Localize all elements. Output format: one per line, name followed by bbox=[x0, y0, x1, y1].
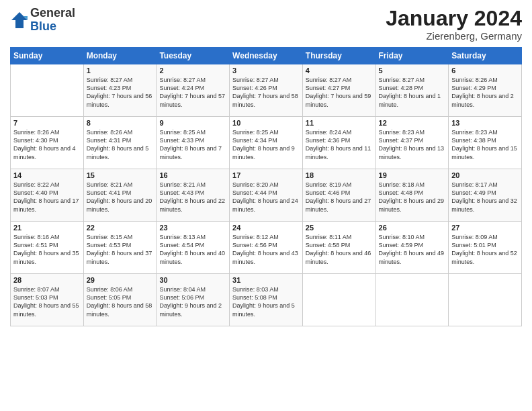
calendar-week-row: 7 Sunrise: 8:26 AMSunset: 4:30 PMDayligh… bbox=[11, 117, 522, 169]
cell-info: Sunrise: 8:27 AMSunset: 4:26 PMDaylight:… bbox=[232, 77, 298, 107]
day-number: 17 bbox=[232, 171, 300, 179]
calendar-cell bbox=[375, 274, 449, 326]
cell-info: Sunrise: 8:23 AMSunset: 4:38 PMDaylight:… bbox=[451, 129, 517, 160]
title-block: January 2024 Zierenberg, Germany bbox=[386, 7, 522, 42]
day-number: 27 bbox=[451, 224, 519, 232]
calendar-cell: 12 Sunrise: 8:23 AMSunset: 4:37 PMDaylig… bbox=[375, 117, 449, 169]
calendar-cell: 11 Sunrise: 8:24 AMSunset: 4:36 PMDaylig… bbox=[302, 117, 375, 169]
cell-info: Sunrise: 8:25 AMSunset: 4:34 PMDaylight:… bbox=[232, 129, 295, 160]
day-number: 18 bbox=[306, 171, 373, 179]
cell-info: Sunrise: 8:24 AMSunset: 4:36 PMDaylight:… bbox=[306, 129, 371, 160]
day-number: 19 bbox=[379, 171, 446, 179]
calendar-cell: 24 Sunrise: 8:12 AMSunset: 4:56 PMDaylig… bbox=[230, 222, 303, 274]
weekday-header-saturday: Saturday bbox=[449, 48, 522, 64]
calendar-cell: 19 Sunrise: 8:18 AMSunset: 4:48 PMDaylig… bbox=[375, 169, 449, 222]
cell-info: Sunrise: 8:18 AMSunset: 4:48 PMDaylight:… bbox=[379, 181, 445, 212]
cell-info: Sunrise: 8:27 AMSunset: 4:24 PMDaylight:… bbox=[159, 77, 225, 107]
weekday-header-row: SundayMondayTuesdayWednesdayThursdayFrid… bbox=[11, 48, 522, 64]
location-subtitle: Zierenberg, Germany bbox=[386, 30, 522, 42]
weekday-header-sunday: Sunday bbox=[11, 48, 84, 64]
calendar-cell: 5 Sunrise: 8:27 AMSunset: 4:28 PMDayligh… bbox=[375, 64, 449, 117]
calendar-cell bbox=[302, 274, 375, 326]
calendar-week-row: 1 Sunrise: 8:27 AMSunset: 4:23 PMDayligh… bbox=[11, 64, 522, 117]
calendar-cell: 4 Sunrise: 8:27 AMSunset: 4:27 PMDayligh… bbox=[302, 64, 375, 117]
calendar-table: SundayMondayTuesdayWednesdayThursdayFrid… bbox=[10, 47, 522, 326]
day-number: 14 bbox=[13, 171, 81, 179]
cell-info: Sunrise: 8:13 AMSunset: 4:54 PMDaylight:… bbox=[159, 234, 225, 265]
cell-info: Sunrise: 8:27 AMSunset: 4:27 PMDaylight:… bbox=[306, 77, 371, 107]
calendar-cell: 18 Sunrise: 8:19 AMSunset: 4:46 PMDaylig… bbox=[302, 169, 375, 222]
calendar-cell: 17 Sunrise: 8:20 AMSunset: 4:44 PMDaylig… bbox=[230, 169, 303, 222]
weekday-header-monday: Monday bbox=[83, 48, 157, 64]
day-number: 10 bbox=[232, 119, 300, 127]
calendar-week-row: 14 Sunrise: 8:22 AMSunset: 4:40 PMDaylig… bbox=[11, 169, 522, 222]
cell-info: Sunrise: 8:16 AMSunset: 4:51 PMDaylight:… bbox=[13, 234, 79, 265]
calendar-cell: 26 Sunrise: 8:10 AMSunset: 4:59 PMDaylig… bbox=[375, 222, 449, 274]
calendar-cell: 28 Sunrise: 8:07 AMSunset: 5:03 PMDaylig… bbox=[11, 274, 84, 326]
day-number: 3 bbox=[232, 66, 300, 75]
calendar-cell bbox=[449, 274, 522, 326]
day-number: 13 bbox=[451, 119, 519, 127]
cell-info: Sunrise: 8:15 AMSunset: 4:53 PMDaylight:… bbox=[87, 234, 152, 265]
day-number: 9 bbox=[159, 119, 226, 127]
calendar-cell: 2 Sunrise: 8:27 AMSunset: 4:24 PMDayligh… bbox=[157, 64, 230, 117]
month-title: January 2024 bbox=[386, 7, 522, 30]
calendar-cell bbox=[11, 64, 84, 117]
day-number: 21 bbox=[13, 224, 81, 232]
cell-info: Sunrise: 8:20 AMSunset: 4:44 PMDaylight:… bbox=[232, 181, 298, 212]
day-number: 28 bbox=[13, 276, 81, 284]
calendar-cell: 6 Sunrise: 8:26 AMSunset: 4:29 PMDayligh… bbox=[449, 64, 522, 117]
cell-info: Sunrise: 8:11 AMSunset: 4:58 PMDaylight:… bbox=[306, 234, 371, 265]
calendar-cell: 25 Sunrise: 8:11 AMSunset: 4:58 PMDaylig… bbox=[302, 222, 375, 274]
weekday-header-wednesday: Wednesday bbox=[230, 48, 303, 64]
logo: General Blue bbox=[10, 7, 75, 34]
day-number: 7 bbox=[13, 119, 81, 127]
cell-info: Sunrise: 8:06 AMSunset: 5:05 PMDaylight:… bbox=[87, 286, 152, 317]
day-number: 11 bbox=[306, 119, 373, 127]
calendar-cell: 30 Sunrise: 8:04 AMSunset: 5:06 PMDaylig… bbox=[157, 274, 230, 326]
day-number: 22 bbox=[87, 224, 154, 232]
calendar-page: General Blue January 2024 Zierenberg, Ge… bbox=[0, 0, 532, 411]
cell-info: Sunrise: 8:17 AMSunset: 4:49 PMDaylight:… bbox=[451, 181, 517, 212]
calendar-cell: 16 Sunrise: 8:21 AMSunset: 4:43 PMDaylig… bbox=[157, 169, 230, 222]
day-number: 31 bbox=[232, 276, 300, 284]
day-number: 23 bbox=[159, 224, 226, 232]
calendar-cell: 22 Sunrise: 8:15 AMSunset: 4:53 PMDaylig… bbox=[83, 222, 157, 274]
day-number: 30 bbox=[159, 276, 226, 284]
cell-info: Sunrise: 8:26 AMSunset: 4:31 PMDaylight:… bbox=[87, 129, 149, 160]
cell-info: Sunrise: 8:04 AMSunset: 5:06 PMDaylight:… bbox=[159, 286, 222, 317]
cell-info: Sunrise: 8:21 AMSunset: 4:43 PMDaylight:… bbox=[159, 181, 225, 212]
day-number: 2 bbox=[159, 66, 226, 75]
day-number: 4 bbox=[306, 66, 373, 75]
weekday-header-tuesday: Tuesday bbox=[157, 48, 230, 64]
cell-info: Sunrise: 8:27 AMSunset: 4:28 PMDaylight:… bbox=[379, 77, 441, 107]
day-number: 26 bbox=[379, 224, 446, 232]
day-number: 24 bbox=[232, 224, 300, 232]
calendar-cell: 9 Sunrise: 8:25 AMSunset: 4:33 PMDayligh… bbox=[157, 117, 230, 169]
day-number: 16 bbox=[159, 171, 226, 179]
cell-info: Sunrise: 8:27 AMSunset: 4:23 PMDaylight:… bbox=[87, 77, 152, 107]
day-number: 5 bbox=[379, 66, 446, 75]
cell-info: Sunrise: 8:10 AMSunset: 4:59 PMDaylight:… bbox=[379, 234, 445, 265]
calendar-cell: 15 Sunrise: 8:21 AMSunset: 4:41 PMDaylig… bbox=[83, 169, 157, 222]
weekday-header-friday: Friday bbox=[375, 48, 449, 64]
cell-info: Sunrise: 8:19 AMSunset: 4:46 PMDaylight:… bbox=[306, 181, 371, 212]
calendar-week-row: 28 Sunrise: 8:07 AMSunset: 5:03 PMDaylig… bbox=[11, 274, 522, 326]
day-number: 15 bbox=[87, 171, 154, 179]
cell-info: Sunrise: 8:21 AMSunset: 4:41 PMDaylight:… bbox=[87, 181, 152, 212]
day-number: 12 bbox=[379, 119, 446, 127]
day-number: 20 bbox=[451, 171, 519, 179]
calendar-cell: 13 Sunrise: 8:23 AMSunset: 4:38 PMDaylig… bbox=[449, 117, 522, 169]
page-header: General Blue January 2024 Zierenberg, Ge… bbox=[10, 7, 522, 42]
cell-info: Sunrise: 8:25 AMSunset: 4:33 PMDaylight:… bbox=[159, 129, 222, 160]
calendar-cell: 1 Sunrise: 8:27 AMSunset: 4:23 PMDayligh… bbox=[83, 64, 157, 117]
calendar-cell: 23 Sunrise: 8:13 AMSunset: 4:54 PMDaylig… bbox=[157, 222, 230, 274]
calendar-cell: 7 Sunrise: 8:26 AMSunset: 4:30 PMDayligh… bbox=[11, 117, 84, 169]
calendar-cell: 31 Sunrise: 8:03 AMSunset: 5:08 PMDaylig… bbox=[230, 274, 303, 326]
cell-info: Sunrise: 8:22 AMSunset: 4:40 PMDaylight:… bbox=[13, 181, 79, 212]
cell-info: Sunrise: 8:12 AMSunset: 4:56 PMDaylight:… bbox=[232, 234, 298, 265]
day-number: 6 bbox=[451, 66, 519, 75]
day-number: 29 bbox=[87, 276, 154, 284]
logo-text: General Blue bbox=[30, 7, 75, 34]
calendar-cell: 10 Sunrise: 8:25 AMSunset: 4:34 PMDaylig… bbox=[230, 117, 303, 169]
